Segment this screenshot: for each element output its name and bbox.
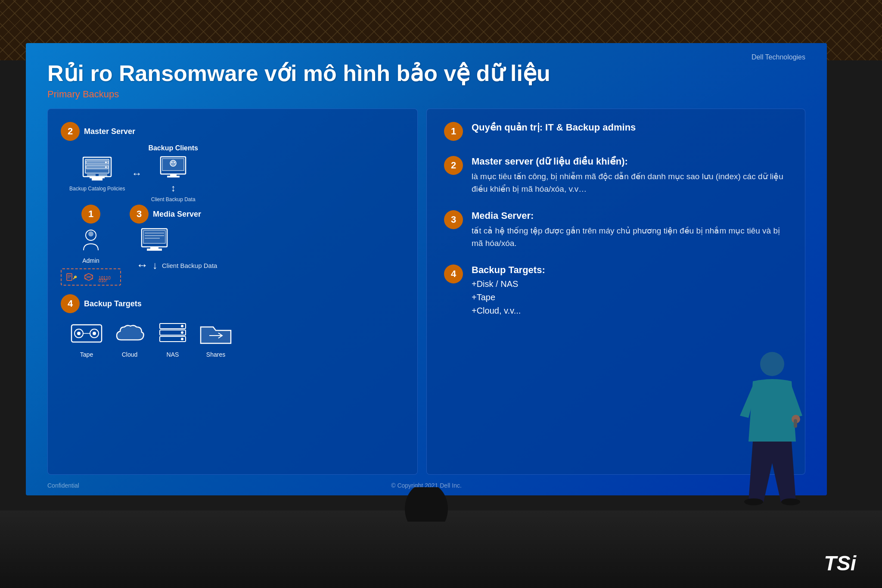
svg-point-13	[171, 162, 172, 163]
right-badge-2: 2	[444, 156, 463, 175]
admin-person-icon	[79, 229, 103, 255]
backup-catalog-label: Backup Catalog Policies	[69, 186, 125, 192]
admin-header: 1	[81, 205, 100, 224]
right-badge-4: 4	[444, 264, 463, 283]
shares-label: Shares	[206, 351, 225, 358]
backup-clients-block: Backup Clients	[148, 144, 198, 202]
dotted-malware-box: 🔑 10110 010!	[61, 268, 121, 286]
svg-point-8	[105, 162, 107, 163]
media-header: 3 Media Server	[130, 205, 201, 224]
media-content	[138, 227, 171, 255]
cloud-label: Cloud	[122, 351, 138, 358]
ms-content: Backup Catalog Policies ↔ Backup Clients	[69, 144, 198, 202]
master-server-label: Master Server	[84, 127, 135, 136]
nas-icon	[155, 318, 190, 348]
backup-targets-label: Backup Targets	[84, 299, 142, 308]
media-server-icon	[138, 227, 171, 255]
audience-head-silhouette	[401, 487, 452, 522]
svg-text:010!: 010!	[99, 278, 107, 282]
backup-icons-row: Tape Cloud	[69, 318, 404, 358]
master-server-block: 2 Master Server	[61, 122, 404, 202]
item4-sub1: +Disk / NAS	[472, 279, 788, 289]
item4-title: Backup Targets:	[472, 264, 788, 276]
item1-title: Quyền quản trị: IT & Backup admins	[472, 122, 788, 133]
svg-point-53	[405, 487, 448, 522]
svg-rect-19	[67, 274, 72, 280]
right-badge-3: 3	[444, 210, 463, 229]
svg-rect-16	[167, 176, 180, 177]
svg-rect-15	[170, 174, 177, 176]
backup-clients-icon	[157, 155, 189, 183]
item2-body: là mục tiêu tấn công, bị nhiễm mã độc dẫ…	[472, 171, 788, 195]
top-row: 2 Master Server	[61, 122, 404, 202]
tsi-logo: TSi	[824, 551, 856, 575]
presentation-screen: Rủi ro Ransomware với mô hình bảo vệ dữ …	[26, 43, 827, 495]
right-text-3: Media Server: tất cả hệ thống tệp được g…	[472, 210, 788, 249]
malware-icon-2	[82, 272, 95, 282]
svg-point-48	[760, 352, 784, 376]
right-item-4: 4 Backup Targets: +Disk / NAS +Tape +Clo…	[444, 264, 788, 316]
svg-point-39	[93, 332, 96, 335]
malware-icon-1: 🔑	[66, 272, 79, 282]
arrow-down-media: ↓	[152, 259, 158, 271]
svg-point-18	[88, 231, 93, 236]
main-title: Rủi ro Ransomware với mô hình bảo vệ dữ …	[47, 60, 805, 86]
presenter-silhouette	[723, 347, 822, 519]
tape-item: Tape	[69, 318, 104, 358]
malware-icon-3: 10110 010!	[99, 272, 116, 282]
right-text-2: Master server (dữ liệu điều khiển): là m…	[472, 156, 788, 195]
shares-item: Shares	[199, 318, 233, 358]
bt-header: 4 Backup Targets	[61, 294, 404, 313]
item3-title: Media Server:	[472, 210, 788, 221]
right-text-1: Quyền quản trị: IT & Backup admins	[472, 122, 788, 137]
svg-point-9	[105, 166, 107, 168]
audience-head	[401, 487, 452, 523]
master-server-icon	[81, 155, 113, 183]
tape-label: Tape	[80, 351, 93, 358]
svg-rect-34	[147, 249, 162, 251]
svg-point-44	[181, 331, 183, 334]
media-arrows-row: ↔ ↓ Client Backup Data	[136, 258, 217, 272]
backup-clients-label: Backup Clients	[148, 144, 198, 152]
svg-point-52	[781, 498, 800, 505]
svg-rect-2	[86, 161, 108, 164]
item2-title: Master server (dữ liệu điều khiển):	[472, 156, 788, 167]
dell-logo: Dell Technologies	[752, 52, 805, 62]
svg-text:🔑: 🔑	[73, 275, 77, 280]
svg-rect-5	[99, 174, 107, 177]
item4-sub2: +Tape	[472, 292, 788, 302]
content-area: 2 Master Server	[47, 109, 805, 475]
title-area: Rủi ro Ransomware với mô hình bảo vệ dữ …	[47, 60, 805, 100]
svg-point-46	[181, 338, 183, 340]
presenter-area	[723, 347, 822, 519]
arrow-vertical-client: ↕	[171, 183, 176, 194]
svg-point-51	[744, 498, 763, 505]
diagram-wrapper: 2 Master Server	[61, 122, 404, 461]
svg-point-37	[77, 332, 81, 335]
svg-point-14	[174, 162, 175, 163]
svg-rect-3	[86, 165, 108, 169]
cloud-icon	[112, 318, 147, 348]
master-server-icon-box: Backup Catalog Policies	[69, 155, 125, 192]
item3-body: tất cả hệ thống tệp được gắn trên máy ch…	[472, 225, 788, 249]
arrow-horizontal: ↔	[131, 168, 142, 180]
media-server-label: Media Server	[153, 210, 201, 219]
svg-point-12	[170, 160, 176, 166]
right-item-1: 1 Quyền quản trị: IT & Backup admins	[444, 122, 788, 141]
svg-rect-50	[794, 419, 797, 428]
admin-label: Admin	[82, 257, 99, 264]
tape-icon	[69, 318, 104, 348]
badge-1: 1	[81, 205, 100, 224]
svg-rect-7	[92, 178, 102, 180]
svg-point-42	[181, 325, 183, 327]
svg-rect-6	[90, 177, 105, 178]
badge-2: 2	[61, 122, 80, 141]
svg-rect-29	[143, 230, 165, 243]
ms-header: 2 Master Server	[61, 122, 135, 141]
arrow-container: ↔	[131, 168, 142, 180]
nas-item: NAS	[155, 318, 190, 358]
client-backup-data-label: Client Backup Data	[151, 196, 196, 202]
cloud-item: Cloud	[112, 318, 147, 358]
svg-rect-4	[87, 174, 96, 177]
subtitle: Primary Backups	[47, 89, 805, 100]
